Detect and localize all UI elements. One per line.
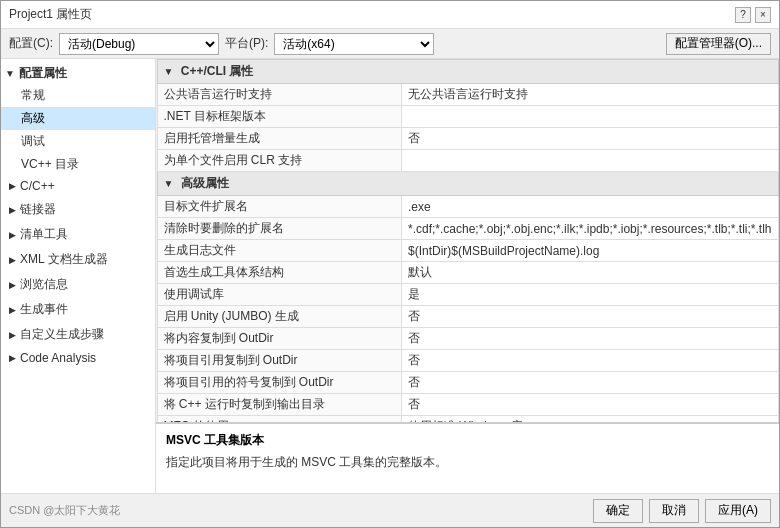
sidebar-item-label: 常规 [21, 88, 45, 102]
help-button[interactable]: ? [735, 7, 751, 23]
prop-name: 生成日志文件 [157, 240, 401, 262]
section-title: 高级属性 [181, 176, 229, 190]
table-row[interactable]: 目标文件扩展名 .exe [157, 196, 778, 218]
manager-button[interactable]: 配置管理器(O)... [666, 33, 771, 55]
table-row[interactable]: 公共语言运行时支持 无公共语言运行时支持 [157, 84, 778, 106]
config-select[interactable]: 活动(Debug) [59, 33, 219, 55]
window-title: Project1 属性页 [9, 6, 92, 23]
sidebar-item-vc-dirs[interactable]: VC++ 目录 [1, 153, 155, 176]
table-row[interactable]: 首选生成工具体系结构 默认 [157, 262, 778, 284]
watermark-text: CSDN @太阳下大黄花 [9, 503, 120, 518]
prop-value: *.cdf;*.cache;*.obj;*.obj.enc;*.ilk;*.ip… [401, 218, 778, 240]
properties-window: Project1 属性页 ? × 配置(C): 活动(Debug) 平台(P):… [0, 0, 780, 528]
close-button[interactable]: × [755, 7, 771, 23]
prop-value: 否 [401, 128, 778, 150]
group-arrow-icon: ▶ [9, 205, 16, 215]
prop-name: 将内容复制到 OutDir [157, 328, 401, 350]
sidebar-group-browse-header[interactable]: ▶ 浏览信息 [1, 273, 155, 296]
cancel-button[interactable]: 取消 [649, 499, 699, 523]
prop-name: 使用调试库 [157, 284, 401, 306]
sidebar-root[interactable]: ▼ 配置属性 [1, 63, 155, 84]
table-row[interactable]: MFC 的使用 使用标准 Windows 库 [157, 416, 778, 424]
main-content: ▼ 配置属性 常规 高级 调试 VC++ 目录 ▶ C/C++ [1, 59, 779, 493]
apply-button[interactable]: 应用(A) [705, 499, 771, 523]
group-label: 链接器 [20, 201, 56, 218]
prop-value: 否 [401, 372, 778, 394]
prop-value: 使用标准 Windows 库 [401, 416, 778, 424]
sidebar-item-debug[interactable]: 调试 [1, 130, 155, 153]
title-bar: Project1 属性页 ? × [1, 1, 779, 29]
prop-name: 目标文件扩展名 [157, 196, 401, 218]
table-row[interactable]: 生成日志文件 $(IntDir)$(MSBuildProjectName).lo… [157, 240, 778, 262]
table-row[interactable]: 启用托管增量生成 否 [157, 128, 778, 150]
group-arrow-icon: ▶ [9, 230, 16, 240]
description-text: 指定此项目将用于生成的 MSVC 工具集的完整版本。 [166, 453, 769, 471]
properties-table: ▼ C++/CLI 属性 公共语言运行时支持 无公共语言运行时支持 .NET 目… [156, 59, 779, 423]
sidebar-group-manifest-header[interactable]: ▶ 清单工具 [1, 223, 155, 246]
prop-value [401, 106, 778, 128]
group-arrow-icon: ▶ [9, 255, 16, 265]
group-label: 清单工具 [20, 226, 68, 243]
table-row[interactable]: 将项目引用复制到 OutDir 否 [157, 350, 778, 372]
table-row[interactable]: 将内容复制到 OutDir 否 [157, 328, 778, 350]
prop-value: 默认 [401, 262, 778, 284]
sidebar-group-xml-header[interactable]: ▶ XML 文档生成器 [1, 248, 155, 271]
group-label: Code Analysis [20, 351, 96, 365]
sidebar-group-build-events: ▶ 生成事件 [1, 298, 155, 321]
prop-value: 否 [401, 394, 778, 416]
group-label: 浏览信息 [20, 276, 68, 293]
sidebar-item-label: 高级 [21, 111, 45, 125]
config-bar: 配置(C): 活动(Debug) 平台(P): 活动(x64) 配置管理器(O)… [1, 29, 779, 59]
sidebar-item-general[interactable]: 常规 [1, 84, 155, 107]
group-label: 生成事件 [20, 301, 68, 318]
table-row[interactable]: 使用调试库 是 [157, 284, 778, 306]
sidebar-group-xml: ▶ XML 文档生成器 [1, 248, 155, 271]
sidebar-group-code-analysis-header[interactable]: ▶ Code Analysis [1, 348, 155, 368]
sidebar-group-custom-build-header[interactable]: ▶ 自定义生成步骤 [1, 323, 155, 346]
sidebar-group-custom-build: ▶ 自定义生成步骤 [1, 323, 155, 346]
sidebar-group-cpp: ▶ C/C++ [1, 176, 155, 196]
prop-name: 清除时要删除的扩展名 [157, 218, 401, 240]
platform-select[interactable]: 活动(x64) [274, 33, 434, 55]
prop-value: 否 [401, 350, 778, 372]
description-title: MSVC 工具集版本 [166, 432, 769, 449]
description-box: MSVC 工具集版本 指定此项目将用于生成的 MSVC 工具集的完整版本。 [156, 423, 779, 493]
prop-value: 是 [401, 284, 778, 306]
group-arrow-icon: ▶ [9, 330, 16, 340]
prop-name: 将 C++ 运行时复制到输出目录 [157, 394, 401, 416]
table-row[interactable]: .NET 目标框架版本 [157, 106, 778, 128]
sidebar-group-build-events-header[interactable]: ▶ 生成事件 [1, 298, 155, 321]
prop-value: 无公共语言运行时支持 [401, 84, 778, 106]
props-table: ▼ C++/CLI 属性 公共语言运行时支持 无公共语言运行时支持 .NET 目… [156, 59, 779, 423]
prop-name: 启用托管增量生成 [157, 128, 401, 150]
sidebar-group-manifest: ▶ 清单工具 [1, 223, 155, 246]
sidebar-item-label: 调试 [21, 134, 45, 148]
prop-name: 将项目引用的符号复制到 OutDir [157, 372, 401, 394]
sidebar-root-label: 配置属性 [19, 65, 67, 82]
platform-label: 平台(P): [225, 35, 268, 52]
section-header-advanced: ▼ 高级属性 [157, 172, 778, 196]
table-row[interactable]: 将项目引用的符号复制到 OutDir 否 [157, 372, 778, 394]
sidebar: ▼ 配置属性 常规 高级 调试 VC++ 目录 ▶ C/C++ [1, 59, 156, 493]
sidebar-group-linker: ▶ 链接器 [1, 198, 155, 221]
prop-value: $(IntDir)$(MSBuildProjectName).log [401, 240, 778, 262]
prop-value [401, 150, 778, 172]
sidebar-group-cpp-header[interactable]: ▶ C/C++ [1, 176, 155, 196]
sidebar-item-advanced[interactable]: 高级 [1, 107, 155, 130]
group-label: C/C++ [20, 179, 55, 193]
sidebar-group-linker-header[interactable]: ▶ 链接器 [1, 198, 155, 221]
section-title: C++/CLI 属性 [181, 64, 254, 78]
ok-button[interactable]: 确定 [593, 499, 643, 523]
table-row[interactable]: 将 C++ 运行时复制到输出目录 否 [157, 394, 778, 416]
table-row[interactable]: 为单个文件启用 CLR 支持 [157, 150, 778, 172]
footer: CSDN @太阳下大黄花 确定 取消 应用(A) [1, 493, 779, 527]
table-row[interactable]: 启用 Unity (JUMBO) 生成 否 [157, 306, 778, 328]
prop-value: 否 [401, 328, 778, 350]
prop-name: 将项目引用复制到 OutDir [157, 350, 401, 372]
prop-name: 首选生成工具体系结构 [157, 262, 401, 284]
table-row[interactable]: 清除时要删除的扩展名 *.cdf;*.cache;*.obj;*.obj.enc… [157, 218, 778, 240]
prop-name: 公共语言运行时支持 [157, 84, 401, 106]
sidebar-group-code-analysis: ▶ Code Analysis [1, 348, 155, 368]
prop-name: 为单个文件启用 CLR 支持 [157, 150, 401, 172]
section-arrow-icon: ▼ [164, 178, 174, 189]
